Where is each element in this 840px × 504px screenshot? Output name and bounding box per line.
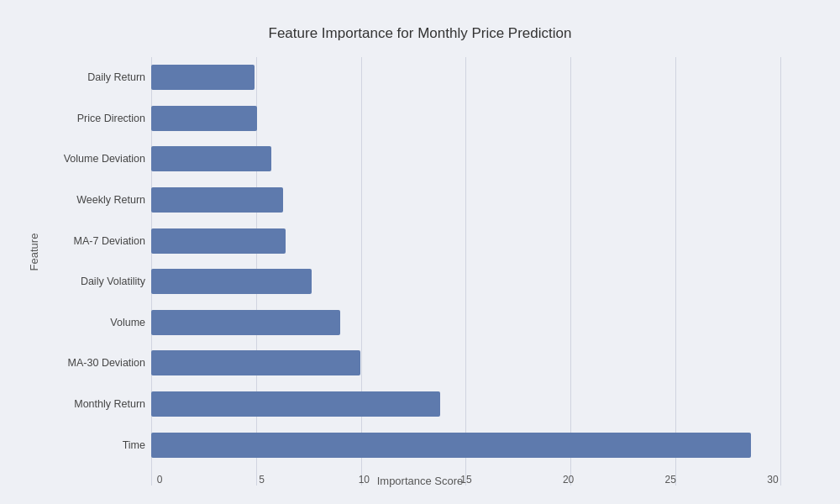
x-tick: 5 xyxy=(254,474,270,486)
chart-container: Feature Importance for Monthly Price Pre… xyxy=(0,0,840,504)
bar-label: Daily Return xyxy=(7,71,145,83)
chart-title: Feature Importance for Monthly Price Pre… xyxy=(34,25,806,42)
bar-label: MA-7 Deviation xyxy=(7,235,145,247)
bar xyxy=(151,310,340,335)
x-tick: 20 xyxy=(560,474,577,486)
bar xyxy=(151,146,271,171)
bar-label: Time xyxy=(7,439,145,451)
bars-container: Daily ReturnPrice DirectionVolume Deviat… xyxy=(151,57,781,465)
bar-row: Weekly Return xyxy=(151,181,781,218)
bar xyxy=(151,228,286,254)
bar xyxy=(151,433,751,458)
bar xyxy=(151,269,312,294)
bar xyxy=(151,65,255,90)
x-tick: 25 xyxy=(662,474,679,486)
bar-row: Monthly Return xyxy=(151,386,781,423)
bar-label: Monthly Return xyxy=(7,398,145,410)
bar-label: Volume xyxy=(7,317,145,328)
bar-row: MA-30 Deviation xyxy=(151,344,781,381)
bar xyxy=(151,187,283,213)
bar-row: Volume Deviation xyxy=(151,140,781,177)
chart-area: Daily ReturnPrice DirectionVolume Deviat… xyxy=(151,57,806,486)
bar-label: Weekly Return xyxy=(7,194,145,206)
bar-label: Price Direction xyxy=(7,113,145,124)
bar-label: MA-30 Deviation xyxy=(7,357,145,369)
bar-row: Volume xyxy=(151,304,781,341)
bar-row: MA-7 Deviation xyxy=(151,223,781,260)
x-axis-label: Importance Score xyxy=(377,475,464,487)
bar-label: Daily Volatility xyxy=(7,276,145,287)
bar-row: Daily Volatility xyxy=(151,263,781,300)
bar-row: Time xyxy=(151,427,781,464)
bar-row: Daily Return xyxy=(151,59,781,96)
x-tick: 0 xyxy=(151,474,168,486)
bar xyxy=(151,106,257,131)
bar xyxy=(151,391,440,417)
x-tick: 30 xyxy=(764,474,781,486)
bar-row: Price Direction xyxy=(151,100,781,137)
bar xyxy=(151,350,360,375)
bar-label: Volume Deviation xyxy=(7,153,145,165)
x-axis-ticks: 051015202530 xyxy=(151,474,781,486)
x-tick: 10 xyxy=(355,474,372,486)
